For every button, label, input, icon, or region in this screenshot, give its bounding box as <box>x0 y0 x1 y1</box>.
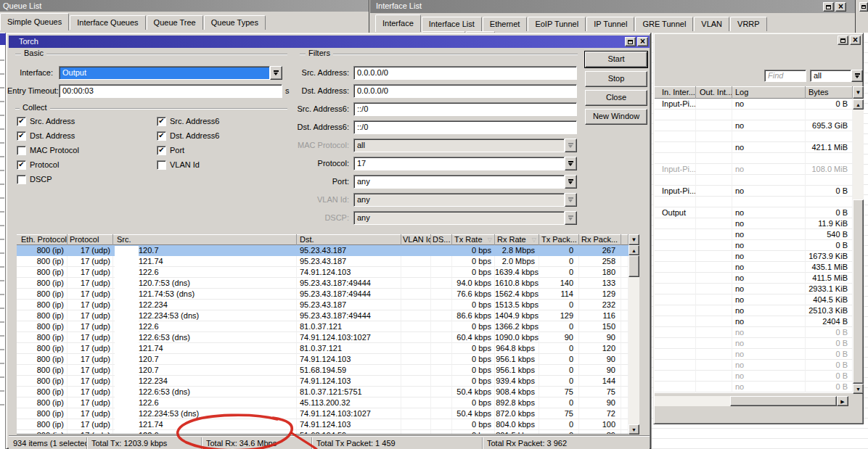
rule-table-row[interactable]: Outputno0 B <box>655 207 853 218</box>
checkbox-src-address6[interactable]: ✔ <box>157 117 166 126</box>
torch-table-row[interactable]: 800 (ip)17 (udp)121.7474.91.124.1030 bps… <box>17 419 629 430</box>
filter-field-dst-address6[interactable]: ::/0 <box>353 120 577 134</box>
torch-vscrollbar-thumb[interactable] <box>629 255 639 277</box>
filter-field-protocol[interactable]: 17 <box>353 157 565 170</box>
torch-table-row[interactable]: 800 (ip)17 (udp)122.23474.91.124.1030 bp… <box>17 376 629 387</box>
tab-eoip-tunnel[interactable]: EoIP Tunnel <box>528 17 586 31</box>
torch-table-row[interactable]: 800 (ip)17 (udp)120.774.91.124.1030 bps9… <box>17 354 629 365</box>
filter-field-port[interactable]: any <box>353 175 565 189</box>
rules-hscrollbar-thumb[interactable] <box>730 396 837 406</box>
tab-queue-types[interactable]: Queue Types <box>204 15 266 30</box>
rule-filter-dropdown[interactable]: all <box>810 70 851 82</box>
rules-vscrollbar-thumb[interactable] <box>853 199 864 384</box>
torch-column-select-button[interactable]: ▼ <box>629 234 639 245</box>
tab-vlan[interactable]: VLAN <box>694 17 729 31</box>
column-header-protocol[interactable]: Protocol <box>67 234 113 245</box>
rule-filter-dropdown-button[interactable] <box>851 70 863 82</box>
tab-interface[interactable]: Interface <box>375 15 421 32</box>
column-header-tx-pack[interactable]: Tx Pack... <box>539 234 579 245</box>
torch-table-row[interactable]: 800 (ip)17 (udp)120.751.68.194.590 bps95… <box>17 365 629 376</box>
interface-list-maximize-button[interactable] <box>823 2 834 12</box>
rule-table-row[interactable]: no0 B <box>655 349 853 360</box>
column-header-src[interactable]: Src. <box>113 234 297 245</box>
rules-column-select-button[interactable]: ▼ <box>853 86 864 99</box>
rule-table-row[interactable]: no421.1 MiB <box>655 142 853 153</box>
right-panel-maximize-button[interactable] <box>838 36 848 45</box>
column-header-in-inter[interactable]: In. Inter... <box>655 86 696 99</box>
column-header-tx-rate[interactable]: Tx Rate▽ <box>452 234 495 245</box>
filter-field-mac-protocol[interactable]: all <box>353 139 565 152</box>
rule-table-row[interactable]: Input-Pi...no0 B <box>655 186 853 197</box>
rule-table-row[interactable] <box>655 175 853 186</box>
column-header-vlan-id[interactable]: VLAN Id <box>401 234 431 245</box>
rule-table-row[interactable]: no11.9 KiB <box>655 218 853 229</box>
torch-table-row[interactable]: 800 (ip)17 (udp)122.234:53 (dns)95.23.43… <box>17 310 629 321</box>
find-input[interactable]: Find <box>764 70 806 82</box>
start-button[interactable]: Start <box>585 52 647 67</box>
torch-table-row[interactable]: 800 (ip)17 (udp)122.645.113.200.320 bps8… <box>17 397 629 408</box>
torch-titlebar[interactable]: Torch <box>9 36 650 48</box>
torch-table-row[interactable]: 800 (ip)17 (udp)122.681.0.37.1210 bps136… <box>17 321 629 332</box>
torch-scroll-down-button[interactable]: ▼ <box>629 424 639 434</box>
close-button[interactable]: Close <box>585 90 647 106</box>
checkbox-mac-protocol[interactable] <box>17 146 26 155</box>
rule-table-row[interactable]: no0 B <box>655 371 853 382</box>
rule-table-row[interactable]: no0 B <box>655 240 853 251</box>
rule-table-row[interactable] <box>655 131 853 142</box>
rule-table-row[interactable]: no2933.1 KiB <box>655 284 853 294</box>
column-header-eth-protocol[interactable]: Eth. Protocol <box>17 234 67 245</box>
torch-table-row[interactable]: 800 (ip)17 (udp)122.234:53 (dns)74.91.12… <box>17 408 629 419</box>
filter-dropdown-button-port[interactable] <box>565 175 577 189</box>
rule-table-row[interactable]: no411.5 MiB <box>655 273 853 284</box>
torch-maximize-button[interactable] <box>625 37 636 46</box>
tab-vrrp[interactable]: VRRP <box>730 17 767 31</box>
tab-ethernet[interactable]: Ethernet <box>483 17 528 31</box>
rules-scroll-down-button[interactable]: ▼ <box>853 384 864 394</box>
torch-table-row[interactable]: 800 (ip)17 (udp)122.651.68.194.590 bps80… <box>17 430 629 434</box>
new-window-button[interactable]: New Window <box>585 109 647 125</box>
rule-table-row[interactable]: Input-Pi...no0 B <box>655 99 853 110</box>
interface-combobox[interactable]: Output <box>59 66 270 80</box>
rule-table-row[interactable]: no695.3 GiB <box>655 120 853 131</box>
torch-table-row[interactable]: 800 (ip)17 (udp)120.795.23.43.1870 bps2.… <box>17 245 629 256</box>
tab-queue-tree[interactable]: Queue Tree <box>147 15 203 30</box>
checkbox-dscp[interactable] <box>17 175 26 184</box>
filter-dropdown-button-dscp[interactable] <box>565 211 577 225</box>
filter-dropdown-button-mac-protocol[interactable] <box>565 139 577 152</box>
rule-table-row[interactable] <box>655 197 853 207</box>
fragment-window-button[interactable] <box>859 2 868 12</box>
entry-timeout-input[interactable]: 00:00:03 <box>59 84 282 98</box>
stop-button[interactable]: Stop <box>585 71 647 87</box>
column-header-log[interactable]: Log <box>732 86 806 99</box>
torch-table-row[interactable]: 800 (ip)17 (udp)122.6:53 (dns)81.0.37.12… <box>17 387 629 397</box>
filter-dropdown-button-protocol[interactable] <box>565 157 577 170</box>
rule-table-row[interactable]: no0 B <box>655 382 853 392</box>
filter-field-src-address[interactable]: 0.0.0.0/0 <box>353 66 577 80</box>
rule-table-row[interactable]: no0 B <box>655 338 853 349</box>
torch-table-row[interactable]: 800 (ip)17 (udp)122.674.91.124.1030 bps1… <box>17 267 629 278</box>
right-panel-close-button[interactable]: × <box>850 36 861 45</box>
torch-table-row[interactable]: 800 (ip)17 (udp)120.7:53 (dns)95.23.43.1… <box>17 278 629 289</box>
checkbox-dst-address[interactable]: ✔ <box>17 131 26 141</box>
filter-field-dscp[interactable]: any <box>353 211 565 225</box>
checkbox-dst-address6[interactable]: ✔ <box>157 131 166 141</box>
tab-interface-list[interactable]: Interface List <box>422 17 482 31</box>
rule-table-row[interactable]: no0 B <box>655 327 853 338</box>
torch-table-row[interactable]: 800 (ip)17 (udp)121.7481.0.37.1210 bps96… <box>17 343 629 354</box>
rule-table-row[interactable]: no0 B <box>655 360 853 371</box>
checkbox-src-address[interactable]: ✔ <box>17 117 26 126</box>
torch-table-row[interactable]: 800 (ip)17 (udp)121.7495.23.43.1870 bps2… <box>17 256 629 267</box>
checkbox-vlan-id[interactable] <box>157 160 166 170</box>
rules-scroll-right-button[interactable]: ▶ <box>837 396 848 406</box>
torch-table-row[interactable]: 800 (ip)17 (udp)121.74:53 (dns)95.23.43.… <box>17 289 629 300</box>
column-header-bytes[interactable]: Bytes <box>806 86 853 99</box>
tab-gre-tunnel[interactable]: GRE Tunnel <box>635 17 693 31</box>
rule-table-row[interactable]: no2404 B <box>655 316 853 327</box>
tab-interface-queues[interactable]: Interface Queues <box>70 15 145 30</box>
rules-scroll-up-button[interactable]: ▲ <box>853 99 864 110</box>
torch-scroll-up-button[interactable]: ▲ <box>629 245 639 255</box>
filter-field-vlan-id[interactable]: any <box>353 193 565 207</box>
column-header-rx-rate[interactable]: Rx Rate▽ <box>495 234 539 245</box>
column-header-ds[interactable]: DS... <box>431 234 452 245</box>
column-header-out-int[interactable]: Out. Int... <box>696 86 732 99</box>
